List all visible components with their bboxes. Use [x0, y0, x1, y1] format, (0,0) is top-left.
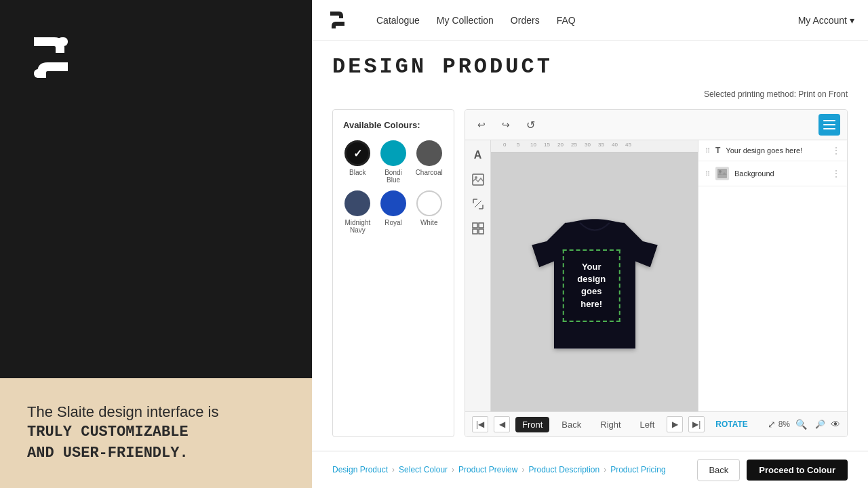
- canvas-nav: |◀ ◀ Front Back Right Left ▶ ▶| ROTATE ⤢…: [465, 411, 847, 436]
- resize-icon: [472, 198, 484, 210]
- testimonial-text: The Slaite design interface is TRULY CUS…: [27, 402, 359, 464]
- refresh-button[interactable]: ↺: [521, 115, 540, 134]
- color-item-charcoal[interactable]: Charcoal: [414, 140, 443, 184]
- color-label: White: [420, 219, 438, 226]
- rotate-button[interactable]: ROTATE: [710, 417, 753, 432]
- prev-view-button[interactable]: ◀: [494, 416, 510, 432]
- proceed-colour-button[interactable]: Proceed to Colour: [747, 460, 848, 481]
- layers-panel: ⠿ T Your design goes here! ⋮ ⠿: [698, 140, 847, 411]
- nav-account[interactable]: My Account ▾: [798, 15, 854, 26]
- svg-rect-2: [823, 120, 835, 121]
- color-grid: BlackBondi BlueCharcoalMidnight NavyRoya…: [343, 140, 443, 234]
- layer-handle-icon: ⠿: [705, 147, 710, 155]
- last-view-button[interactable]: ▶|: [688, 416, 705, 432]
- left-panel: The Slaite design interface is TRULY CUS…: [0, 0, 312, 488]
- nav-my-collection[interactable]: My Collection: [437, 15, 494, 26]
- layer-text-name: Your design goes here!: [726, 146, 827, 155]
- text-tool[interactable]: A: [469, 146, 488, 165]
- breadcrumb-design-product[interactable]: Design Product: [332, 465, 388, 474]
- zoom-in-button[interactable]: 🔍: [793, 416, 809, 432]
- breadcrumb-sep-2: ›: [452, 465, 454, 474]
- colors-title: Available Colours:: [343, 120, 443, 130]
- layer-text-item[interactable]: ⠿ T Your design goes here! ⋮: [698, 140, 847, 161]
- color-item-black[interactable]: Black: [343, 140, 372, 184]
- breadcrumb-product-preview[interactable]: Product Preview: [458, 465, 517, 474]
- print-method-label: Selected printing method: Print on Front: [332, 89, 848, 99]
- nav-account-label: My Account: [798, 15, 847, 26]
- logo-container: [20, 27, 81, 91]
- canvas-toolbar: ↩ ↪ ↺: [465, 110, 847, 140]
- layers-button[interactable]: [818, 114, 840, 136]
- svg-rect-0: [58, 37, 68, 46]
- zoom-out-button[interactable]: 🔎: [812, 416, 828, 432]
- undo-button[interactable]: ↩: [472, 115, 491, 134]
- zoom-level-label: 8%: [778, 420, 790, 429]
- canvas-area: ↩ ↪ ↺ A: [465, 109, 848, 437]
- svg-point-12: [719, 170, 722, 173]
- page-title: DESIGN PRODUCT: [332, 54, 848, 79]
- breadcrumb-sep-3: ›: [521, 465, 524, 474]
- color-label: Midnight Navy: [343, 219, 372, 234]
- redo-button[interactable]: ↪: [496, 115, 515, 134]
- canvas-body: A: [465, 140, 847, 411]
- first-view-button[interactable]: |◀: [472, 416, 488, 432]
- nav-logo-icon: [326, 8, 349, 32]
- breadcrumb-sep-1: ›: [392, 465, 395, 474]
- color-item-white[interactable]: White: [414, 190, 443, 234]
- nav-catalogue[interactable]: Catalogue: [376, 15, 420, 26]
- back-button[interactable]: Back: [697, 459, 740, 481]
- layer-image-icon: [715, 167, 729, 180]
- view-right-button[interactable]: Right: [593, 417, 627, 432]
- layer-bg-more-icon[interactable]: ⋮: [832, 169, 840, 178]
- layer-type-text-icon: T: [715, 146, 720, 155]
- brand-logo: [20, 27, 81, 88]
- main-content: Catalogue My Collection Orders FAQ My Ac…: [312, 0, 868, 488]
- footer-actions: Back Proceed to Colour: [697, 459, 848, 481]
- color-item-midnight-navy[interactable]: Midnight Navy: [343, 190, 372, 234]
- layer-more-icon[interactable]: ⋮: [832, 146, 840, 155]
- chevron-down-icon: ▾: [850, 15, 854, 26]
- layer-background-item[interactable]: ⠿ Background ⋮: [698, 161, 847, 186]
- svg-rect-3: [823, 124, 835, 125]
- breadcrumb-select-colour[interactable]: Select Colour: [399, 465, 448, 474]
- page-content: DESIGN PRODUCT Selected printing method:…: [312, 41, 868, 451]
- view-front-button[interactable]: Front: [515, 417, 549, 432]
- resize-tool[interactable]: [469, 195, 488, 214]
- canvas-inner: Yourdesigngoeshere!: [491, 152, 698, 411]
- image-layer-icon: [717, 169, 727, 178]
- breadcrumb-product-description[interactable]: Product Description: [528, 465, 599, 474]
- view-back-button[interactable]: Back: [555, 417, 588, 432]
- testimonial-line2: TRULY CUSTOMIZABLE: [27, 422, 359, 443]
- layer-bg-handle-icon: ⠿: [705, 170, 710, 178]
- canvas-workspace[interactable]: 0 5 10 15 20 25 30 35 40 45: [491, 140, 698, 411]
- tool-sidebar: A: [465, 140, 491, 411]
- breadcrumb: Design Product › Select Colour › Product…: [332, 465, 687, 474]
- eye-icon[interactable]: 👁: [831, 419, 840, 430]
- svg-rect-10: [479, 229, 484, 234]
- design-placeholder: Yourdesigngoeshere!: [562, 249, 620, 322]
- color-label: Royal: [384, 219, 402, 226]
- color-item-bondi-blue[interactable]: Bondi Blue: [379, 140, 408, 184]
- svg-rect-9: [473, 229, 477, 234]
- footer-bar: Design Product › Select Colour › Product…: [312, 451, 868, 488]
- image-icon: [472, 174, 484, 186]
- svg-rect-8: [479, 223, 484, 228]
- color-item-royal[interactable]: Royal: [379, 190, 408, 234]
- layers-icon: [823, 119, 835, 131]
- grid-tool[interactable]: [469, 219, 488, 238]
- next-view-button[interactable]: ▶: [667, 416, 683, 432]
- ruler-top: 0 5 10 15 20 25 30 35 40 45: [491, 140, 698, 152]
- image-tool[interactable]: [469, 170, 488, 189]
- color-label: Black: [349, 169, 366, 176]
- colors-panel: Available Colours: BlackBondi BlueCharco…: [332, 109, 454, 437]
- nav-faq[interactable]: FAQ: [557, 15, 576, 26]
- view-left-button[interactable]: Left: [633, 417, 662, 432]
- svg-rect-7: [473, 223, 477, 228]
- nav-orders[interactable]: Orders: [511, 15, 540, 26]
- breadcrumb-product-pricing[interactable]: Product Pricing: [610, 465, 665, 474]
- expand-icon[interactable]: ⤢: [768, 419, 776, 430]
- nav-links: Catalogue My Collection Orders FAQ: [376, 15, 778, 26]
- testimonial-line1: The Slaite design interface is: [27, 403, 219, 420]
- svg-rect-4: [823, 128, 835, 129]
- tshirt-container: Yourdesigngoeshere!: [520, 201, 669, 363]
